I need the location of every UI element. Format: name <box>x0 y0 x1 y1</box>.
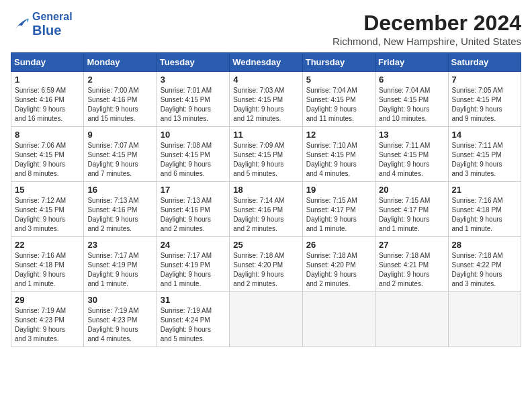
day-number: 25 <box>233 240 298 250</box>
day-number: 24 <box>161 240 226 250</box>
day-number: 8 <box>15 130 80 140</box>
day-number: 23 <box>87 240 152 250</box>
week-row-1: 1Sunrise: 6:59 AM Sunset: 4:16 PM Daylig… <box>11 72 521 127</box>
calendar-cell <box>302 292 375 347</box>
day-detail: Sunrise: 7:10 AM Sunset: 4:15 PM Dayligh… <box>306 141 371 179</box>
day-number: 14 <box>452 130 517 140</box>
calendar-cell: 24Sunrise: 7:17 AM Sunset: 4:19 PM Dayli… <box>157 237 229 292</box>
calendar-cell: 5Sunrise: 7:04 AM Sunset: 4:15 PM Daylig… <box>302 72 375 127</box>
calendar-cell: 19Sunrise: 7:15 AM Sunset: 4:17 PM Dayli… <box>302 182 375 237</box>
day-number: 20 <box>379 185 444 195</box>
day-detail: Sunrise: 7:04 AM Sunset: 4:15 PM Dayligh… <box>379 86 444 124</box>
calendar-cell: 4Sunrise: 7:03 AM Sunset: 4:15 PM Daylig… <box>230 72 302 127</box>
col-header-saturday: Saturday <box>448 53 521 72</box>
day-detail: Sunrise: 7:11 AM Sunset: 4:15 PM Dayligh… <box>379 141 444 179</box>
calendar-cell: 20Sunrise: 7:15 AM Sunset: 4:17 PM Dayli… <box>375 182 448 237</box>
calendar-cell: 15Sunrise: 7:12 AM Sunset: 4:15 PM Dayli… <box>11 182 84 237</box>
calendar-cell: 25Sunrise: 7:18 AM Sunset: 4:20 PM Dayli… <box>230 237 302 292</box>
calendar-cell: 12Sunrise: 7:10 AM Sunset: 4:15 PM Dayli… <box>302 127 375 182</box>
col-header-monday: Monday <box>84 53 157 72</box>
calendar-cell: 13Sunrise: 7:11 AM Sunset: 4:15 PM Dayli… <box>375 127 448 182</box>
day-detail: Sunrise: 7:03 AM Sunset: 4:15 PM Dayligh… <box>233 86 298 124</box>
day-number: 28 <box>452 240 517 250</box>
day-detail: Sunrise: 6:59 AM Sunset: 4:16 PM Dayligh… <box>15 86 80 124</box>
day-number: 10 <box>161 130 226 140</box>
day-number: 22 <box>15 240 80 250</box>
day-detail: Sunrise: 7:18 AM Sunset: 4:21 PM Dayligh… <box>379 251 444 289</box>
day-detail: Sunrise: 7:00 AM Sunset: 4:16 PM Dayligh… <box>87 86 152 124</box>
day-number: 16 <box>87 185 152 195</box>
calendar-cell: 29Sunrise: 7:19 AM Sunset: 4:23 PM Dayli… <box>11 292 84 347</box>
week-row-5: 29Sunrise: 7:19 AM Sunset: 4:23 PM Dayli… <box>11 292 521 347</box>
calendar-cell: 26Sunrise: 7:18 AM Sunset: 4:20 PM Dayli… <box>302 237 375 292</box>
calendar-cell: 14Sunrise: 7:11 AM Sunset: 4:15 PM Dayli… <box>448 127 521 182</box>
day-number: 30 <box>87 295 152 305</box>
day-number: 13 <box>379 130 444 140</box>
day-detail: Sunrise: 7:04 AM Sunset: 4:15 PM Dayligh… <box>306 86 371 124</box>
day-detail: Sunrise: 7:15 AM Sunset: 4:17 PM Dayligh… <box>306 196 371 234</box>
day-number: 12 <box>306 130 371 140</box>
week-row-2: 8Sunrise: 7:06 AM Sunset: 4:15 PM Daylig… <box>11 127 521 182</box>
col-header-thursday: Thursday <box>302 53 375 72</box>
day-number: 5 <box>306 75 371 85</box>
day-detail: Sunrise: 7:06 AM Sunset: 4:15 PM Dayligh… <box>15 141 80 179</box>
calendar-table: SundayMondayTuesdayWednesdayThursdayFrid… <box>11 52 521 347</box>
day-number: 31 <box>161 295 226 305</box>
day-number: 1 <box>15 75 80 85</box>
day-detail: Sunrise: 7:19 AM Sunset: 4:24 PM Dayligh… <box>161 306 226 344</box>
day-detail: Sunrise: 7:09 AM Sunset: 4:15 PM Dayligh… <box>233 141 298 179</box>
calendar-cell: 21Sunrise: 7:16 AM Sunset: 4:18 PM Dayli… <box>448 182 521 237</box>
day-number: 19 <box>306 185 371 195</box>
day-number: 27 <box>379 240 444 250</box>
day-detail: Sunrise: 7:15 AM Sunset: 4:17 PM Dayligh… <box>379 196 444 234</box>
title-block: December 2024 Richmond, New Hampshire, U… <box>332 11 521 47</box>
day-number: 11 <box>233 130 298 140</box>
calendar-cell <box>448 292 521 347</box>
day-number: 29 <box>15 295 80 305</box>
day-number: 21 <box>452 185 517 195</box>
calendar-cell: 27Sunrise: 7:18 AM Sunset: 4:21 PM Dayli… <box>375 237 448 292</box>
month-title: December 2024 <box>332 11 521 36</box>
day-detail: Sunrise: 7:19 AM Sunset: 4:23 PM Dayligh… <box>15 306 80 344</box>
logo-icon <box>11 15 30 34</box>
day-detail: Sunrise: 7:18 AM Sunset: 4:20 PM Dayligh… <box>233 251 298 289</box>
calendar-cell: 18Sunrise: 7:14 AM Sunset: 4:16 PM Dayli… <box>230 182 302 237</box>
day-detail: Sunrise: 7:16 AM Sunset: 4:18 PM Dayligh… <box>452 196 517 234</box>
calendar-cell: 3Sunrise: 7:01 AM Sunset: 4:15 PM Daylig… <box>157 72 229 127</box>
day-detail: Sunrise: 7:08 AM Sunset: 4:15 PM Dayligh… <box>161 141 226 179</box>
week-row-3: 15Sunrise: 7:12 AM Sunset: 4:15 PM Dayli… <box>11 182 521 237</box>
day-detail: Sunrise: 7:12 AM Sunset: 4:15 PM Dayligh… <box>15 196 80 234</box>
location-title: Richmond, New Hampshire, United States <box>332 36 521 47</box>
day-number: 18 <box>233 185 298 195</box>
day-detail: Sunrise: 7:07 AM Sunset: 4:15 PM Dayligh… <box>87 141 152 179</box>
day-detail: Sunrise: 7:17 AM Sunset: 4:19 PM Dayligh… <box>87 251 152 289</box>
day-detail: Sunrise: 7:13 AM Sunset: 4:16 PM Dayligh… <box>87 196 152 234</box>
calendar-cell: 22Sunrise: 7:16 AM Sunset: 4:18 PM Dayli… <box>11 237 84 292</box>
header-row: SundayMondayTuesdayWednesdayThursdayFrid… <box>11 53 521 72</box>
calendar-cell <box>375 292 448 347</box>
day-detail: Sunrise: 7:17 AM Sunset: 4:19 PM Dayligh… <box>161 251 226 289</box>
day-detail: Sunrise: 7:16 AM Sunset: 4:18 PM Dayligh… <box>15 251 80 289</box>
calendar-cell: 2Sunrise: 7:00 AM Sunset: 4:16 PM Daylig… <box>84 72 157 127</box>
calendar-cell: 17Sunrise: 7:13 AM Sunset: 4:16 PM Dayli… <box>157 182 229 237</box>
header: General Blue December 2024 Richmond, New… <box>11 11 521 47</box>
calendar-cell: 8Sunrise: 7:06 AM Sunset: 4:15 PM Daylig… <box>11 127 84 182</box>
day-number: 26 <box>306 240 371 250</box>
day-number: 2 <box>87 75 152 85</box>
day-number: 17 <box>161 185 226 195</box>
day-number: 4 <box>233 75 298 85</box>
day-number: 9 <box>87 130 152 140</box>
calendar-cell: 1Sunrise: 6:59 AM Sunset: 4:16 PM Daylig… <box>11 72 84 127</box>
col-header-friday: Friday <box>375 53 448 72</box>
calendar-cell: 9Sunrise: 7:07 AM Sunset: 4:15 PM Daylig… <box>84 127 157 182</box>
calendar-cell <box>230 292 302 347</box>
day-number: 3 <box>161 75 226 85</box>
col-header-wednesday: Wednesday <box>230 53 302 72</box>
day-number: 6 <box>379 75 444 85</box>
calendar-cell: 11Sunrise: 7:09 AM Sunset: 4:15 PM Dayli… <box>230 127 302 182</box>
calendar-cell: 30Sunrise: 7:19 AM Sunset: 4:23 PM Dayli… <box>84 292 157 347</box>
logo: General Blue <box>11 11 73 38</box>
calendar-cell: 16Sunrise: 7:13 AM Sunset: 4:16 PM Dayli… <box>84 182 157 237</box>
day-number: 15 <box>15 185 80 195</box>
col-header-tuesday: Tuesday <box>157 53 229 72</box>
